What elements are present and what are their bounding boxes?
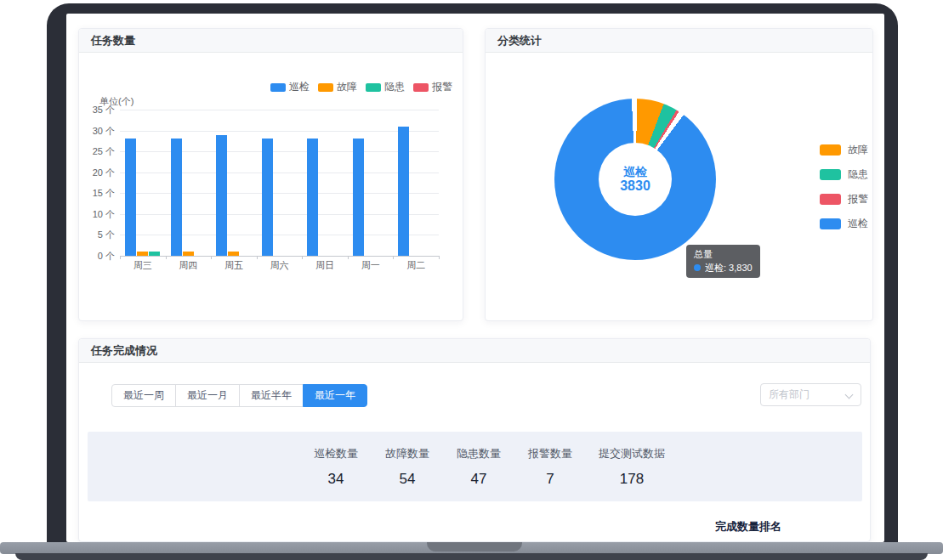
legend-item-巡检[interactable]: 巡检 [820,217,868,231]
bar-隐患-周三[interactable] [149,252,160,256]
legend-item-故障[interactable]: 故障 [318,80,357,94]
x-axis-tickmark [439,256,440,259]
legend-item-报警[interactable]: 报警 [413,80,452,94]
legend-label: 隐患 [848,167,868,182]
y-axis-tick-label: 30 个 [82,127,115,136]
tab-最近一年[interactable]: 最近一年 [303,384,367,407]
bar-巡检-周三[interactable] [125,139,136,256]
tab-最近一周[interactable]: 最近一周 [111,384,176,407]
legend-swatch-icon [820,218,841,229]
donut-center-label: 巡检 [623,165,647,178]
x-axis-tick-label: 周一 [348,259,394,272]
stat-value: 7 [516,471,584,488]
bar-巡检-周五[interactable] [216,135,227,257]
stat-label: 故障数量 [373,446,441,461]
bar-巡检-周四[interactable] [171,139,182,256]
legend-swatch-icon [820,194,841,205]
legend-label: 巡检 [848,217,868,231]
series-dot-icon [694,264,701,271]
task-completion-panel-header: 任务完成情况 [79,339,870,363]
legend-label: 故障 [337,80,357,94]
stat-label: 巡检数量 [302,446,370,461]
x-axis-tick-label: 周四 [166,259,212,272]
bar-故障-周五[interactable] [228,252,239,256]
chart-tooltip: 总量 巡检: 3,830 [686,245,760,278]
dashboard-screen: 任务数量 巡检故障隐患报警 单位(个) 0 个5 个10 个15 个20 个25… [66,14,884,542]
gridline [120,235,439,235]
legend-swatch-icon [366,83,381,92]
tab-最近半年[interactable]: 最近半年 [239,384,304,407]
tooltip-series-row: 巡检: 3,830 [694,263,753,273]
bar-chart-legend[interactable]: 巡检故障隐患报警 [270,80,452,94]
bar-巡检-周日[interactable] [307,139,318,256]
tooltip-series-value: 巡检: 3,830 [705,263,753,273]
bar-故障-周四[interactable] [183,252,194,256]
legend-label: 巡检 [289,80,310,94]
donut-center-value: 3830 [620,178,650,194]
legend-item-隐患[interactable]: 隐患 [366,80,405,94]
category-stats-panel-title: 分类统计 [497,33,542,48]
tab-最近一月[interactable]: 最近一月 [175,384,240,407]
department-select[interactable]: 所有部门 [760,383,861,406]
gridline [120,151,439,152]
laptop-mockup: 任务数量 巡检故障隐患报警 单位(个) 0 个5 个10 个15 个20 个25… [0,0,943,560]
legend-swatch-icon [270,83,286,92]
legend-label: 报警 [432,80,452,94]
y-axis-tick-label: 0 个 [82,252,115,261]
legend-label: 隐患 [384,80,405,94]
stat-报警数量: 报警数量7 [516,446,584,488]
bar-巡检-周二[interactable] [398,127,409,256]
category-stats-panel: 分类统计 巡检 3830 总量 巡检: 3,830 故障隐患报警巡检 [485,28,873,321]
stat-value: 178 [588,471,676,488]
gridline [120,193,439,194]
legend-swatch-icon [820,144,841,156]
stat-巡检数量: 巡检数量34 [302,446,370,488]
laptop-notch [427,542,522,552]
department-select-placeholder: 所有部门 [769,387,810,402]
y-axis-tick-label: 10 个 [82,210,115,219]
stat-提交测试数据: 提交测试数据178 [588,446,676,488]
bar-故障-周三[interactable] [137,252,148,256]
stat-value: 34 [302,471,370,488]
y-axis-tick-label: 5 个 [82,230,115,240]
bar-巡检-周一[interactable] [353,139,364,256]
y-axis-tick-label: 15 个 [82,189,115,198]
tooltip-title: 总量 [694,249,753,260]
donut-legend[interactable]: 故障隐患报警巡检 [820,143,868,231]
chevron-down-icon [845,391,854,399]
task-completion-panel-title: 任务完成情况 [91,343,157,359]
bar-巡检-周六[interactable] [262,139,273,256]
time-range-tab-group: 最近一周最近一月最近半年最近一年 [111,384,367,407]
task-quantity-panel: 任务数量 巡检故障隐患报警 单位(个) 0 个5 个10 个15 个20 个25… [78,28,463,321]
donut-center: 巡检 3830 [599,143,672,216]
ranking-section-title: 完成数量排名 [715,519,781,535]
gridline [120,214,439,215]
task-quantity-panel-title: 任务数量 [91,33,135,48]
stat-label: 提交测试数据 [588,446,676,461]
stat-value: 47 [445,471,513,488]
bar-chart-plot: 0 个5 个10 个15 个20 个25 个30 个35 个周三周四周五周六周日… [120,110,439,256]
task-completion-panel: 任务完成情况 最近一周最近一月最近半年最近一年 所有部门 巡检数量34故障数量5… [78,338,871,542]
legend-item-故障[interactable]: 故障 [820,143,868,157]
legend-item-巡检[interactable]: 巡检 [270,80,310,94]
y-axis-tick-label: 35 个 [82,105,115,115]
legend-label: 报警 [848,192,868,206]
legend-item-隐患[interactable]: 隐患 [820,167,868,182]
summary-stats-strip: 巡检数量34故障数量54隐患数量47报警数量7提交测试数据178 [88,432,862,501]
stat-label: 隐患数量 [445,446,513,461]
y-axis-tick-label: 25 个 [82,147,115,156]
legend-swatch-icon [413,83,429,92]
stat-value: 54 [373,471,441,488]
category-stats-panel-header: 分类统计 [486,29,872,53]
stat-故障数量: 故障数量54 [373,446,441,488]
gridline [120,256,439,257]
gridline [120,131,439,132]
task-quantity-panel-header: 任务数量 [79,29,463,53]
legend-item-报警[interactable]: 报警 [820,192,868,206]
y-axis-tick-label: 20 个 [82,168,115,178]
gridline [120,110,439,110]
donut-chart[interactable]: 巡检 3830 [554,99,716,260]
x-axis-tick-label: 周三 [120,259,166,272]
x-axis-tick-label: 周日 [302,259,348,272]
x-axis-tick-label: 周二 [393,259,439,272]
